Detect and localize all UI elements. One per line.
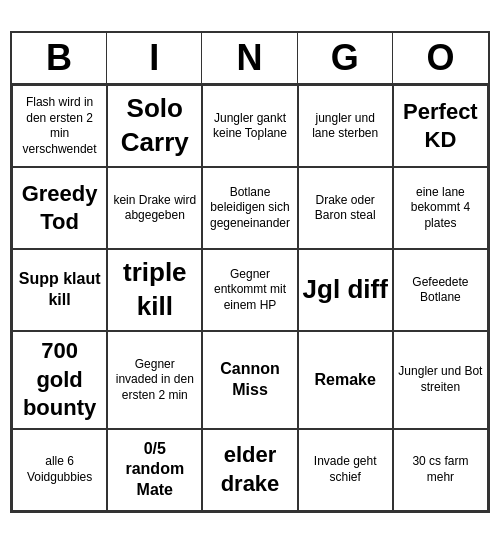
bingo-letter-g: G [298, 33, 393, 83]
bingo-letter-i: I [107, 33, 202, 83]
bingo-letter-o: O [393, 33, 488, 83]
bingo-cell-14[interactable]: Gefeedete Botlane [393, 249, 488, 331]
bingo-cell-18[interactable]: Remake [298, 331, 393, 429]
bingo-cell-5[interactable]: Greedy Tod [12, 167, 107, 249]
bingo-cell-21[interactable]: 0/5 random Mate [107, 429, 202, 511]
bingo-cell-19[interactable]: Jungler und Bot streiten [393, 331, 488, 429]
bingo-cell-9[interactable]: eine lane bekommt 4 plates [393, 167, 488, 249]
bingo-cell-4[interactable]: Perfect KD [393, 85, 488, 167]
bingo-cell-13[interactable]: Jgl diff [298, 249, 393, 331]
bingo-cell-10[interactable]: Supp klaut kill [12, 249, 107, 331]
bingo-cell-20[interactable]: alle 6 Voidgubbies [12, 429, 107, 511]
bingo-header: BINGO [12, 33, 488, 85]
bingo-cell-11[interactable]: triple kill [107, 249, 202, 331]
bingo-cell-17[interactable]: Cannon Miss [202, 331, 297, 429]
bingo-cell-8[interactable]: Drake oder Baron steal [298, 167, 393, 249]
bingo-cell-7[interactable]: Botlane beleidigen sich gegeneinander [202, 167, 297, 249]
bingo-grid: Flash wird in den ersten 2 min verschwen… [12, 85, 488, 511]
bingo-cell-3[interactable]: jungler und lane sterben [298, 85, 393, 167]
bingo-cell-0[interactable]: Flash wird in den ersten 2 min verschwen… [12, 85, 107, 167]
bingo-cell-2[interactable]: Jungler gankt keine Toplane [202, 85, 297, 167]
bingo-card: BINGO Flash wird in den ersten 2 min ver… [10, 31, 490, 513]
bingo-cell-22[interactable]: elder drake [202, 429, 297, 511]
bingo-letter-n: N [202, 33, 297, 83]
bingo-cell-12[interactable]: Gegner entkommt mit einem HP [202, 249, 297, 331]
bingo-cell-6[interactable]: kein Drake wird abgegeben [107, 167, 202, 249]
bingo-cell-15[interactable]: 700 gold bounty [12, 331, 107, 429]
bingo-letter-b: B [12, 33, 107, 83]
bingo-cell-24[interactable]: 30 cs farm mehr [393, 429, 488, 511]
bingo-cell-16[interactable]: Gegner invaded in den ersten 2 min [107, 331, 202, 429]
bingo-cell-23[interactable]: Invade geht schief [298, 429, 393, 511]
bingo-cell-1[interactable]: Solo Carry [107, 85, 202, 167]
